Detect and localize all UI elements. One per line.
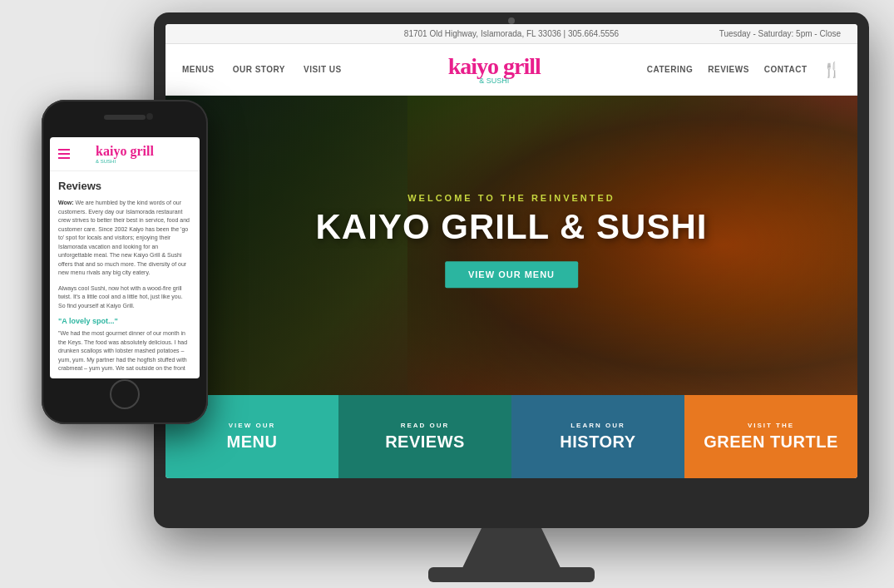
tile-green-turtle[interactable]: VISIT THE GREEN TURTLE	[684, 395, 857, 478]
phone-quote-title: "A lovely spot..."	[58, 317, 191, 325]
phone-reviews-title: Reviews	[58, 180, 191, 192]
hero-content: WELCOME TO THE REINVENTED KAIYO GRILL & …	[235, 193, 788, 288]
tile-reviews[interactable]: READ OUR REVIEWS	[338, 395, 511, 478]
tile-reviews-label-sm: READ OUR	[401, 422, 450, 429]
phone-content: kaiyo grill & SUSHI Reviews Wow: We are …	[50, 137, 200, 378]
monitor-base	[428, 567, 595, 582]
logo-main-text: kaiyo grill	[448, 55, 541, 78]
hero-title: KAIYO GRILL & SUSHI	[235, 210, 788, 245]
nav-right: CATERING REVIEWS CONTACT 🍴	[647, 61, 841, 79]
nav-contact[interactable]: CONTACT	[764, 65, 808, 74]
nav-bar: MENUS OUR STORY VISIT US kaiyo grill & S…	[165, 44, 857, 96]
phone-logo-sub: & SUSHI	[96, 159, 154, 164]
nav-our-story[interactable]: OUR STORY	[233, 65, 285, 74]
phone-logo-main: kaiyo grill	[96, 144, 154, 159]
hamburger-menu[interactable]	[58, 149, 70, 159]
phone-review-1: Wow: We are humbled by the kind words of…	[58, 199, 191, 278]
monitor-screen: 81701 Old Highway, Islamorada, FL 33036 …	[165, 24, 857, 478]
tile-reviews-label-lg: REVIEWS	[385, 432, 465, 452]
phone-review-1-text: We are humbled by the kind words of our …	[58, 200, 190, 275]
phone-review-1-bold: Wow:	[58, 200, 74, 205]
phone-quote-body: "We had the most gourmet dinner of our m…	[58, 329, 191, 374]
tile-history-label-sm: LEARN OUR	[570, 422, 625, 429]
tile-turtle-label-lg: GREEN TURTLE	[704, 432, 838, 452]
phone-speaker	[104, 115, 146, 120]
monitor-stand	[462, 528, 561, 570]
phone-home-button[interactable]	[110, 379, 140, 409]
phone-nav: kaiyo grill & SUSHI	[50, 137, 200, 171]
logo-sushi-text: & SUSHI	[479, 77, 509, 85]
nav-menus[interactable]: MENUS	[182, 65, 215, 74]
hours-text: Tuesday - Saturday: 5pm - Close	[719, 29, 841, 38]
nav-visit-us[interactable]: VISIT US	[304, 65, 342, 74]
nav-logo[interactable]: kaiyo grill & SUSHI	[448, 55, 541, 85]
phone-camera	[146, 113, 153, 120]
phone-review-2: Always cool Sushi, now hot with a wood-f…	[58, 284, 191, 311]
top-bar-wrap: 81701 Old Highway, Islamorada, FL 33036 …	[165, 24, 857, 44]
tile-menu-label-lg: MENU	[227, 432, 278, 452]
phone-logo[interactable]: kaiyo grill & SUSHI	[96, 144, 154, 164]
hamburger-line-1	[58, 149, 70, 151]
tile-history[interactable]: LEARN OUR HISTORY	[511, 395, 684, 478]
address-text: 81701 Old Highway, Islamorada, FL 33036 …	[404, 29, 619, 38]
nav-catering[interactable]: CATERING	[647, 65, 693, 74]
bottom-tiles: VIEW OUR MENU READ OUR REVIEWS LEARN OUR…	[165, 395, 857, 478]
tile-menu-label-sm: VIEW OUR	[229, 422, 275, 429]
monitor-frame: 81701 Old Highway, Islamorada, FL 33036 …	[154, 12, 869, 528]
hero-subtitle: WELCOME TO THE REINVENTED	[235, 193, 788, 203]
mobile-phone: kaiyo grill & SUSHI Reviews Wow: We are …	[42, 100, 208, 424]
monitor-camera	[508, 17, 515, 24]
hamburger-line-3	[58, 157, 70, 159]
utensils-icon: 🍴	[822, 61, 842, 79]
phone-frame: kaiyo grill & SUSHI Reviews Wow: We are …	[42, 100, 208, 424]
hamburger-line-2	[58, 153, 70, 155]
scene: 81701 Old Highway, Islamorada, FL 33036 …	[0, 0, 894, 588]
phone-body: Reviews Wow: We are humbled by the kind …	[50, 171, 200, 374]
website: 81701 Old Highway, Islamorada, FL 33036 …	[165, 24, 857, 478]
tile-history-label-lg: HISTORY	[560, 432, 635, 452]
hero-section: WELCOME TO THE REINVENTED KAIYO GRILL & …	[165, 96, 857, 395]
phone-screen: kaiyo grill & SUSHI Reviews Wow: We are …	[50, 137, 200, 378]
desktop-monitor: 81701 Old Highway, Islamorada, FL 33036 …	[154, 12, 869, 528]
view-menu-button[interactable]: VIEW OUR MENU	[445, 261, 578, 288]
tile-turtle-label-sm: VISIT THE	[748, 422, 794, 429]
nav-left: MENUS OUR STORY VISIT US	[182, 65, 342, 74]
nav-reviews[interactable]: REVIEWS	[708, 65, 749, 74]
